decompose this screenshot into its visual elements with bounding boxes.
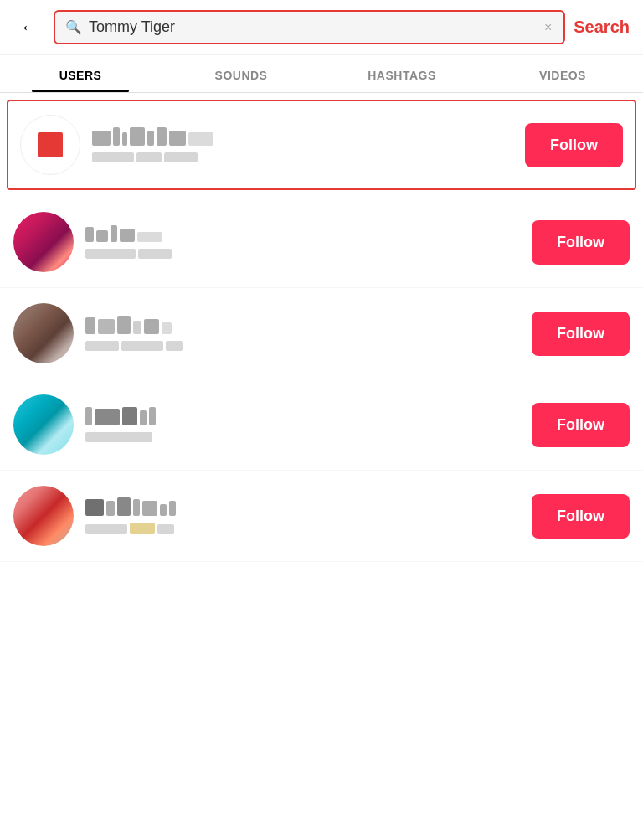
avatar <box>13 212 74 272</box>
table-row: Follow <box>0 197 643 288</box>
search-box: 🔍 × <box>54 10 565 44</box>
follow-button[interactable]: Follow <box>532 494 630 539</box>
avatar <box>13 486 74 546</box>
user-list: Follow Follow <box>0 100 643 562</box>
tab-users[interactable]: USERS <box>0 55 161 92</box>
user-info <box>92 127 513 162</box>
user-subtitle <box>85 432 520 442</box>
tab-sounds[interactable]: SOUNDS <box>161 55 322 92</box>
username <box>85 407 520 425</box>
avatar <box>13 394 74 455</box>
follow-button[interactable]: Follow <box>532 220 630 265</box>
table-row: Follow <box>0 379 643 471</box>
avatar <box>20 115 80 175</box>
username <box>85 225 520 242</box>
username <box>85 497 520 516</box>
follow-button[interactable]: Follow <box>532 312 630 356</box>
user-info <box>85 497 520 534</box>
avatar-placeholder <box>38 132 63 157</box>
user-subtitle <box>92 152 513 162</box>
user-subtitle <box>85 341 520 351</box>
table-row: Follow <box>7 100 636 190</box>
follow-button[interactable]: Follow <box>532 403 630 447</box>
user-info <box>85 407 520 442</box>
clear-button[interactable]: × <box>543 20 553 35</box>
search-icon: 🔍 <box>65 19 82 35</box>
tab-hashtags[interactable]: HASHTAGS <box>322 55 482 92</box>
table-row: Follow <box>0 288 643 379</box>
tab-videos[interactable]: VIDEOS <box>482 55 643 92</box>
username <box>85 316 520 334</box>
follow-button[interactable]: Follow <box>525 123 623 167</box>
user-info <box>85 316 520 351</box>
user-info <box>85 225 520 259</box>
search-input[interactable] <box>89 18 536 36</box>
back-button[interactable]: ← <box>13 13 45 42</box>
search-button[interactable]: Search <box>574 18 630 37</box>
avatar <box>13 303 74 363</box>
user-subtitle <box>85 523 520 534</box>
search-header: ← 🔍 × Search <box>0 0 643 55</box>
table-row: Follow <box>0 471 643 562</box>
username <box>92 127 513 146</box>
tab-bar: USERS SOUNDS HASHTAGS VIDEOS <box>0 55 643 93</box>
user-subtitle <box>85 249 520 259</box>
